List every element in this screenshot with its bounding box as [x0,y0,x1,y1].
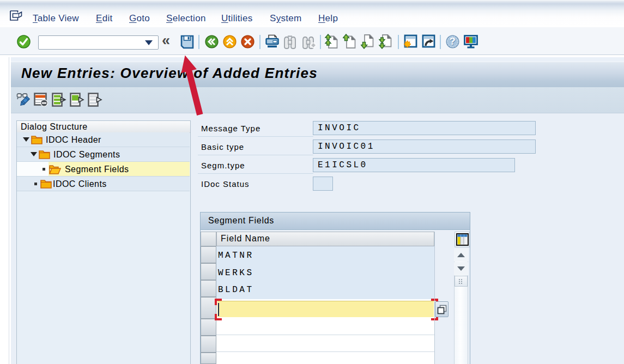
svg-text:?: ? [450,36,456,47]
